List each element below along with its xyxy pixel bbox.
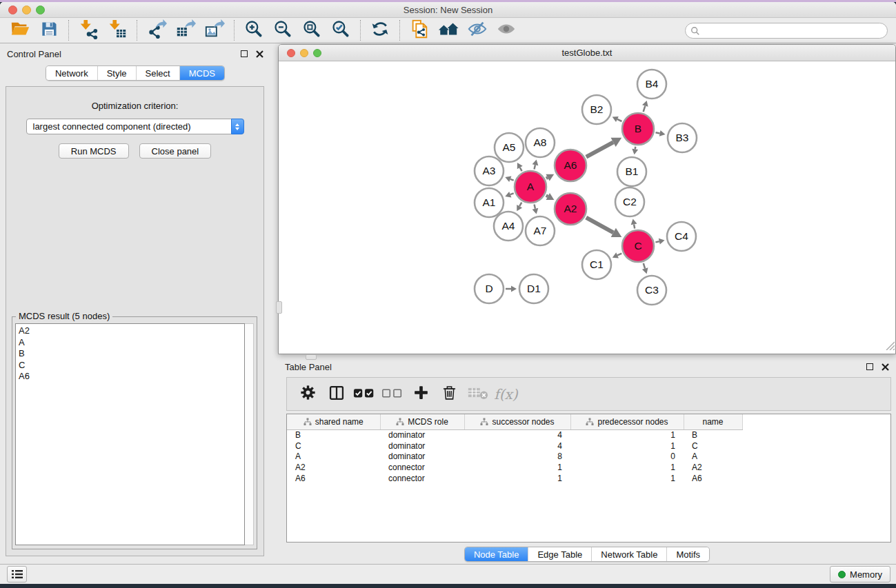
mcds-result-item[interactable]: A2 — [19, 325, 244, 337]
tab-network[interactable]: Network — [46, 66, 98, 80]
unselect-all-button[interactable] — [380, 381, 406, 407]
graph-edge[interactable] — [644, 263, 645, 269]
graph-node-B[interactable]: B — [622, 113, 654, 145]
zoom-in-button[interactable] — [239, 19, 268, 41]
add-column-button[interactable] — [408, 381, 434, 407]
column-header-mcds-role[interactable]: MCDS role — [380, 414, 464, 429]
zoom-fit-button[interactable] — [297, 19, 326, 41]
network-window-titlebar[interactable]: testGlobe.txt — [279, 45, 895, 61]
select-all-button[interactable] — [352, 381, 377, 407]
table-row[interactable]: Adominator80A — [287, 452, 890, 463]
table-row[interactable]: A6connector11A6 — [287, 473, 890, 484]
save-session-button[interactable] — [34, 19, 63, 41]
export-network-button[interactable] — [142, 19, 171, 41]
graph-node-C2[interactable]: C2 — [615, 187, 644, 216]
graph-edge[interactable] — [634, 224, 635, 228]
destroy-table-button[interactable] — [465, 381, 490, 407]
graph-node-A7[interactable]: A7 — [526, 216, 555, 245]
graph-edge[interactable] — [635, 147, 636, 150]
open-session-button[interactable] — [6, 19, 34, 41]
close-table-panel-icon[interactable] — [882, 363, 889, 371]
graph-edge[interactable] — [586, 218, 613, 233]
resize-grip-icon[interactable] — [885, 341, 895, 353]
tab-motifs[interactable]: Motifs — [667, 547, 709, 561]
mcds-result-list[interactable]: A2ABCA6 — [15, 323, 245, 545]
graph-node-A5[interactable]: A5 — [495, 133, 524, 162]
refresh-button[interactable] — [366, 19, 395, 41]
graph-edge[interactable] — [586, 142, 613, 156]
network-canvas[interactable]: AA1A2A3A4A5A6A7A8BB1B2B3B4CC1C2C3C4DD1 — [279, 62, 895, 354]
tab-mcds[interactable]: MCDS — [180, 66, 224, 80]
graph-edge[interactable] — [519, 203, 521, 207]
graph-node-C4[interactable]: C4 — [667, 222, 696, 251]
graph-edge[interactable] — [510, 179, 514, 181]
export-table-button[interactable] — [171, 19, 200, 41]
task-history-button[interactable] — [7, 566, 27, 582]
column-header-successor-nodes[interactable]: successor nodes — [464, 414, 570, 429]
copy-network-button[interactable] — [405, 19, 434, 41]
float-table-panel-icon[interactable] — [866, 363, 873, 370]
tab-node-table[interactable]: Node Table — [465, 547, 529, 561]
delete-column-button[interactable] — [437, 381, 462, 407]
graph-edge[interactable] — [546, 178, 548, 179]
close-window-icon[interactable] — [8, 6, 17, 14]
graph-node-B2[interactable]: B2 — [582, 95, 611, 124]
hide-selected-button[interactable] — [463, 19, 492, 41]
optimization-criterion-select[interactable]: largest connected component (directed) — [26, 119, 244, 134]
graph-node-A2[interactable]: A2 — [555, 193, 586, 225]
mcds-result-item[interactable]: B — [19, 348, 244, 360]
export-image-button[interactable] — [200, 19, 229, 41]
table-settings-button[interactable] — [295, 381, 321, 407]
graph-edge[interactable] — [510, 193, 514, 194]
graph-node-A1[interactable]: A1 — [475, 188, 504, 217]
mcds-result-item[interactable]: A6 — [19, 371, 244, 383]
import-table-button[interactable] — [103, 19, 132, 41]
zoom-window-icon[interactable] — [36, 6, 45, 14]
graph-node-B1[interactable]: B1 — [617, 157, 646, 186]
home-view-button[interactable] — [434, 19, 463, 41]
tab-network-table[interactable]: Network Table — [592, 547, 667, 561]
column-header-predecessor-nodes[interactable]: predecessor nodes — [570, 414, 684, 429]
graph-node-A8[interactable]: A8 — [526, 128, 555, 157]
mcds-result-item[interactable]: C — [19, 360, 244, 372]
minimize-window-icon[interactable] — [22, 6, 31, 14]
column-header-shared-name[interactable]: shared name — [287, 414, 380, 429]
graph-node-A3[interactable]: A3 — [475, 156, 504, 185]
zoom-selected-button[interactable] — [326, 19, 355, 41]
import-network-button[interactable] — [74, 19, 103, 41]
graph-edge[interactable] — [535, 204, 535, 208]
table-row[interactable]: Bdominator41B — [287, 429, 890, 440]
tab-style[interactable]: Style — [98, 66, 137, 80]
table-row[interactable]: A2connector11A2 — [287, 462, 890, 473]
graph-edge[interactable] — [520, 168, 522, 171]
graph-node-A4[interactable]: A4 — [494, 212, 523, 241]
graph-node-C3[interactable]: C3 — [637, 276, 666, 305]
memory-button[interactable]: Memory — [830, 566, 890, 582]
graph-node-C1[interactable]: C1 — [582, 250, 611, 279]
graph-node-D[interactable]: D — [475, 274, 504, 303]
column-header-name[interactable]: name — [684, 414, 742, 429]
network-minimize-icon[interactable] — [300, 49, 308, 57]
graph-node-C[interactable]: C — [622, 230, 654, 262]
search-input[interactable] — [685, 23, 888, 39]
graph-edge[interactable] — [655, 241, 659, 242]
network-close-icon[interactable] — [287, 49, 295, 57]
graph-node-B4[interactable]: B4 — [637, 70, 666, 99]
graph-edge[interactable] — [644, 106, 646, 112]
graph-node-A[interactable]: A — [515, 171, 546, 203]
show-all-button[interactable] — [492, 19, 521, 41]
close-panel-icon[interactable] — [256, 50, 263, 58]
graph-edge[interactable] — [546, 196, 548, 196]
graph-edge[interactable] — [535, 165, 535, 169]
network-zoom-icon[interactable] — [313, 49, 321, 57]
run-mcds-button[interactable]: Run MCDS — [59, 143, 129, 159]
function-builder-button[interactable]: f(x) — [493, 381, 519, 407]
close-panel-button[interactable]: Close panel — [139, 143, 212, 159]
show-columns-button[interactable] — [323, 381, 349, 407]
table-row[interactable]: Cdominator41C — [287, 440, 890, 452]
splitter-handle-left[interactable] — [276, 301, 282, 314]
graph-edge[interactable] — [655, 132, 659, 133]
graph-edge[interactable] — [617, 254, 621, 256]
graph-node-B3[interactable]: B3 — [668, 123, 697, 152]
graph-node-A6[interactable]: A6 — [555, 150, 586, 181]
